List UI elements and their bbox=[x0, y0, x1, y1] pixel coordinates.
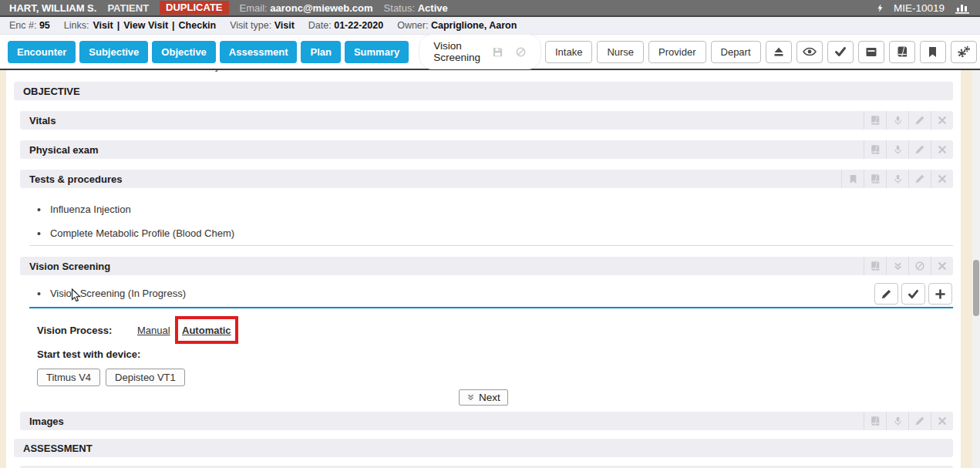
depart-button[interactable]: Depart bbox=[711, 41, 761, 63]
double-chevron-down-icon bbox=[466, 393, 475, 402]
system-code: MIE-10019 bbox=[894, 2, 945, 14]
book-icon[interactable] bbox=[864, 257, 886, 275]
save-icon[interactable] bbox=[492, 46, 503, 58]
owner-value: Capriglione, Aaron bbox=[431, 20, 517, 31]
test-item-label[interactable]: Influenza Injection bbox=[50, 204, 131, 215]
tab-plan[interactable]: Plan bbox=[301, 41, 340, 63]
tab-subjective[interactable]: Subjective bbox=[79, 41, 148, 63]
nurse-button[interactable]: Nurse bbox=[597, 41, 644, 63]
book-icon[interactable] bbox=[864, 170, 886, 188]
close-icon[interactable] bbox=[931, 257, 953, 275]
section-vitals[interactable]: Vitals bbox=[20, 111, 953, 130]
patient-name: HART, WILLIAM S. bbox=[9, 2, 96, 14]
plus-icon bbox=[935, 288, 946, 300]
sign-button[interactable] bbox=[827, 41, 854, 63]
book-icon[interactable] bbox=[864, 412, 886, 430]
block-icon[interactable] bbox=[908, 257, 931, 275]
patient-role-label: PATIENT bbox=[107, 2, 149, 14]
tab-summary[interactable]: Summary bbox=[345, 41, 409, 63]
view-button[interactable] bbox=[796, 41, 823, 63]
links-separator: | bbox=[172, 20, 175, 31]
tab-objective[interactable]: Objective bbox=[152, 41, 216, 63]
status-group: Status: Active bbox=[384, 2, 448, 14]
bullet-dot: • bbox=[37, 288, 41, 300]
eject-icon bbox=[773, 45, 785, 58]
owner-label: Owner: bbox=[397, 20, 428, 31]
provider-button[interactable]: Provider bbox=[648, 41, 706, 63]
current-note-chip: Vision Screening bbox=[419, 34, 541, 69]
chart-book-button[interactable] bbox=[889, 41, 915, 63]
block-icon[interactable] bbox=[515, 46, 527, 58]
close-icon[interactable] bbox=[931, 111, 953, 130]
bookmark-icon[interactable] bbox=[841, 170, 864, 188]
scrollbar-track[interactable] bbox=[972, 70, 980, 468]
section-tests-procedures[interactable]: Tests & procedures bbox=[20, 170, 953, 188]
page-margin-left bbox=[0, 70, 6, 468]
visit-type-group: Visit type: Visit bbox=[230, 20, 295, 31]
vision-process-automatic-link[interactable]: Automatic bbox=[182, 325, 231, 336]
bookmark-button[interactable] bbox=[920, 41, 946, 63]
collapse-icon[interactable] bbox=[886, 257, 908, 275]
start-test-label: Start test with device: bbox=[37, 348, 953, 360]
status-value: Active bbox=[418, 2, 448, 14]
section-physical-exam[interactable]: Physical exam bbox=[20, 140, 953, 159]
book-icon[interactable] bbox=[864, 140, 886, 159]
section-vision-screening[interactable]: Vision Screening bbox=[20, 257, 953, 275]
test-item-metabolic[interactable]: • Complete Metabolic Profile (Blood Chem… bbox=[37, 221, 953, 245]
vision-process-manual-link[interactable]: Manual bbox=[137, 325, 170, 336]
check-icon bbox=[908, 289, 919, 299]
pencil-icon[interactable] bbox=[908, 111, 931, 130]
complete-button[interactable] bbox=[901, 283, 925, 305]
close-icon[interactable] bbox=[931, 140, 953, 159]
date-label: Date: bbox=[308, 20, 332, 31]
eject-button[interactable] bbox=[766, 41, 792, 63]
section-objective[interactable]: OBJECTIVE bbox=[14, 82, 953, 100]
bar-chart-icon[interactable] bbox=[954, 2, 971, 14]
pencil-icon[interactable] bbox=[908, 170, 931, 188]
link-view-visit[interactable]: View Visit bbox=[123, 20, 168, 31]
section-title: ASSESSMENT bbox=[23, 443, 93, 454]
duplicate-badge[interactable]: DUPLICATE bbox=[160, 1, 228, 15]
links-label: Links: bbox=[64, 20, 89, 31]
tab-encounter[interactable]: Encounter bbox=[8, 41, 76, 63]
vision-process-label: Vision Process: bbox=[37, 325, 137, 336]
enc-label: Enc #: bbox=[9, 20, 36, 31]
clipped-text-remnant: y bbox=[215, 70, 220, 73]
email-group: Email: aaronc@mieweb.com bbox=[240, 2, 373, 14]
settings-button[interactable] bbox=[951, 41, 977, 63]
intake-button[interactable]: Intake bbox=[545, 41, 592, 63]
vision-process-row: Vision Process: Manual | Automatic bbox=[37, 316, 953, 344]
test-item-label[interactable]: Complete Metabolic Profile (Blood Chem) bbox=[50, 227, 234, 239]
section-images[interactable]: Images bbox=[20, 412, 953, 430]
next-button[interactable]: Next bbox=[459, 389, 508, 406]
patient-header-bar: HART, WILLIAM S. PATIENT DUPLICATE Email… bbox=[0, 0, 980, 17]
link-visit[interactable]: Visit bbox=[93, 20, 113, 31]
edit-button[interactable] bbox=[874, 283, 898, 305]
test-item-influenza[interactable]: • Influenza Injection bbox=[37, 197, 953, 221]
tab-assessment[interactable]: Assessment bbox=[220, 41, 298, 63]
close-icon[interactable] bbox=[931, 170, 953, 188]
visit-type-label: Visit type: bbox=[230, 20, 271, 31]
add-button[interactable] bbox=[928, 283, 952, 305]
pencil-icon[interactable] bbox=[908, 140, 931, 159]
microphone-icon[interactable] bbox=[886, 170, 908, 188]
pencil-icon[interactable] bbox=[908, 412, 931, 430]
email-value: aaronc@mieweb.com bbox=[270, 2, 372, 14]
vision-item-row[interactable]: • Vision Screening (In Progress) bbox=[29, 282, 953, 308]
microphone-icon[interactable] bbox=[886, 111, 908, 130]
microphone-icon[interactable] bbox=[886, 412, 908, 430]
option-separator: | bbox=[175, 325, 177, 336]
encounter-info-bar: Enc #: 95 Links: Visit | View Visit | Ch… bbox=[0, 17, 980, 35]
link-checkin[interactable]: Checkin bbox=[179, 20, 217, 31]
scrollbar-thumb[interactable] bbox=[973, 260, 979, 316]
archive-icon bbox=[865, 46, 877, 58]
section-title: Vitals bbox=[29, 115, 56, 126]
depisteo-vt1-button[interactable]: Depisteo VT1 bbox=[106, 369, 185, 386]
microphone-icon[interactable] bbox=[886, 140, 908, 159]
titmus-v4-button[interactable]: Titmus V4 bbox=[37, 369, 100, 386]
close-icon[interactable] bbox=[931, 412, 953, 430]
book-icon[interactable] bbox=[864, 111, 886, 130]
section-assessment[interactable]: ASSESSMENT bbox=[14, 439, 953, 457]
archive-button[interactable] bbox=[858, 41, 884, 63]
date-group: Date: 01-22-2020 bbox=[308, 20, 383, 31]
